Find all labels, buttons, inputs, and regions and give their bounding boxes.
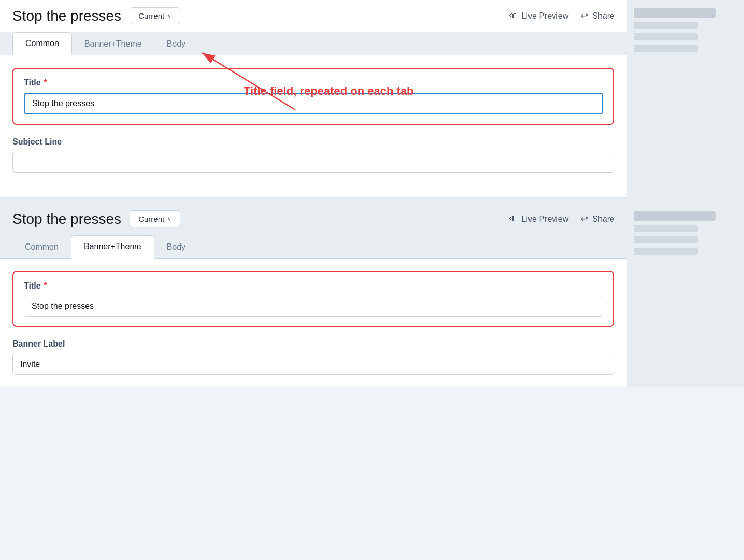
panel-separator xyxy=(0,198,744,203)
tab-common-1[interactable]: Common xyxy=(12,32,72,55)
page-title-1: Stop the presses xyxy=(12,8,121,24)
required-star-1: * xyxy=(44,78,47,88)
version-dropdown-2[interactable]: Current ∨ xyxy=(130,210,180,227)
sidebar-stub-line-1 xyxy=(634,8,716,18)
title-field-group-1: Title * xyxy=(12,68,614,125)
tab-body-2[interactable]: Body xyxy=(154,236,198,258)
share-button-1[interactable]: ↪ Share xyxy=(581,10,614,21)
tab-body-1[interactable]: Body xyxy=(154,33,198,55)
page-title-2: Stop the presses xyxy=(12,211,121,227)
header-bar-1: Stop the presses Current ∨ 👁 Live Previe… xyxy=(0,0,627,32)
right-sidebar-1 xyxy=(627,0,744,198)
panel-2-container: Stop the presses Current ∨ 👁 Live Previe… xyxy=(0,203,627,387)
live-preview-label-2: Live Preview xyxy=(522,214,569,224)
chevron-down-icon-1: ∨ xyxy=(167,12,171,19)
sidebar-stub-line-2 xyxy=(634,22,698,29)
panel-1-container: Stop the presses Current ∨ 👁 Live Previe… xyxy=(0,0,627,198)
header-bar-2: Stop the presses Current ∨ 👁 Live Previe… xyxy=(0,203,627,235)
share-label-2: Share xyxy=(592,214,614,224)
panel-2: Stop the presses Current ∨ 👁 Live Previe… xyxy=(0,203,744,387)
panel-1-main: Stop the presses Current ∨ 👁 Live Previe… xyxy=(0,0,627,198)
live-preview-button-1[interactable]: 👁 Live Preview xyxy=(509,11,569,21)
title-input-1[interactable] xyxy=(24,93,603,114)
live-preview-label-1: Live Preview xyxy=(522,11,569,21)
panel-1: Stop the presses Current ∨ 👁 Live Previe… xyxy=(0,0,744,198)
version-label-2: Current xyxy=(138,214,164,223)
title-input-2[interactable] xyxy=(24,296,603,317)
version-label-1: Current xyxy=(138,11,164,20)
sidebar-stub-line-3 xyxy=(634,33,698,40)
banner-label-group: Banner Label xyxy=(12,339,614,375)
sidebar-2-stub-line-1 xyxy=(634,211,716,221)
panel-2-main: Stop the presses Current ∨ 👁 Live Previe… xyxy=(0,203,627,387)
tab-banner-theme-1[interactable]: Banner+Theme xyxy=(72,33,154,55)
tab-banner-theme-2[interactable]: Banner+Theme xyxy=(71,235,154,259)
tab-common-2[interactable]: Common xyxy=(12,236,71,258)
required-star-2: * xyxy=(44,281,47,291)
content-area-1: Title * Subject Line xyxy=(0,55,627,197)
content-area-2: Title * Banner Label xyxy=(0,259,627,387)
share-icon-2: ↪ xyxy=(581,213,588,224)
eye-icon-2: 👁 xyxy=(509,214,518,224)
subject-group-1: Subject Line xyxy=(12,137,614,173)
banner-label-title: Banner Label xyxy=(12,339,614,349)
sidebar-2-stub-line-4 xyxy=(634,248,698,255)
right-sidebar-2 xyxy=(627,203,744,387)
title-label-1: Title * xyxy=(24,78,603,88)
title-field-group-2: Title * xyxy=(12,271,614,327)
share-button-2[interactable]: ↪ Share xyxy=(581,213,614,224)
banner-label-input[interactable] xyxy=(12,354,614,375)
share-icon-1: ↪ xyxy=(581,10,588,21)
live-preview-button-2[interactable]: 👁 Live Preview xyxy=(509,214,569,224)
chevron-down-icon-2: ∨ xyxy=(167,216,171,222)
subject-input-1[interactable] xyxy=(12,152,614,173)
header-actions-1: 👁 Live Preview ↪ Share xyxy=(509,10,614,21)
version-dropdown-1[interactable]: Current ∨ xyxy=(130,7,180,24)
share-label-1: Share xyxy=(592,11,614,21)
header-actions-2: 👁 Live Preview ↪ Share xyxy=(509,213,614,224)
tabs-bar-2: Common Banner+Theme Body xyxy=(0,235,627,259)
sidebar-2-stub-line-3 xyxy=(634,236,698,243)
sidebar-2-stub-line-2 xyxy=(634,225,698,232)
sidebar-stub-line-4 xyxy=(634,45,698,52)
subject-label-1: Subject Line xyxy=(12,137,614,147)
title-label-2: Title * xyxy=(24,281,603,291)
tabs-bar-1: Common Banner+Theme Body xyxy=(0,32,627,55)
eye-icon-1: 👁 xyxy=(509,11,518,21)
